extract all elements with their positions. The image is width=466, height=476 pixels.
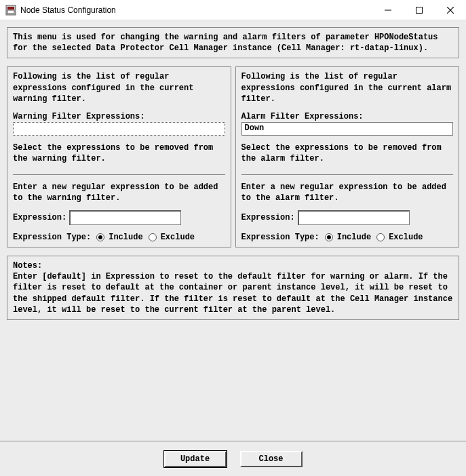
alarm-remove-hint: Select the expressions to be removed fro… <box>241 142 454 164</box>
warning-list[interactable] <box>13 122 225 136</box>
description-text: This menu is used for changing the warni… <box>13 32 453 54</box>
alarm-expression-label: Expression: <box>241 212 295 223</box>
minimize-button[interactable] <box>372 0 404 20</box>
warning-expression-input[interactable] <box>69 210 181 225</box>
divider <box>241 174 454 175</box>
svg-rect-2 <box>7 10 14 14</box>
alarm-list-label: Alarm Filter Expressions: <box>241 111 454 122</box>
notes-panel: Notes: Enter [default] in Expression to … <box>7 256 459 320</box>
alarm-exclude-radio[interactable] <box>376 233 385 241</box>
alarm-intro: Following is the list of regular express… <box>241 71 454 104</box>
alarm-panel: Following is the list of regular express… <box>235 66 460 247</box>
alarm-add-hint: Enter a new regular expression to be add… <box>241 182 454 203</box>
close-window-button[interactable] <box>435 0 466 20</box>
warning-type-row: Expression Type: Include Exclude <box>13 232 225 243</box>
svg-rect-1 <box>7 7 14 9</box>
warning-remove-hint: Select the expressions to be removed fro… <box>13 142 225 164</box>
warning-include-label: Include <box>109 232 142 243</box>
warning-type-label: Expression Type: <box>13 232 91 243</box>
alarm-expression-input[interactable] <box>298 210 410 225</box>
update-button[interactable]: Update <box>164 451 227 467</box>
alarm-exclude-label: Exclude <box>389 232 423 243</box>
warning-list-label: Warning Filter Expressions: <box>13 111 225 122</box>
alarm-type-row: Expression Type: Include Exclude <box>241 232 454 243</box>
warning-include-radio[interactable] <box>96 233 104 241</box>
content-area: This menu is used for changing the warni… <box>0 20 466 441</box>
footer-bar: Update Close <box>0 441 466 476</box>
warning-exclude-label: Exclude <box>161 232 195 243</box>
warning-intro: Following is the list of regular express… <box>13 71 225 104</box>
close-button[interactable]: Close <box>240 451 303 467</box>
alarm-list[interactable]: Down <box>241 122 454 136</box>
warning-panel: Following is the list of regular express… <box>7 66 231 247</box>
maximize-button[interactable] <box>404 0 435 20</box>
title-bar: Node Status Configuration <box>0 0 466 20</box>
window-title: Node Status Configuration <box>20 5 372 15</box>
warning-expression-label: Expression: <box>13 212 66 223</box>
alarm-include-radio[interactable] <box>325 233 333 241</box>
filter-columns: Following is the list of regular express… <box>7 66 459 247</box>
svg-rect-4 <box>416 7 423 13</box>
warning-add-hint: Enter a new regular expression to be add… <box>13 182 225 203</box>
notes-body: Enter [default] in Expression to reset t… <box>13 271 453 315</box>
notes-label: Notes: <box>13 260 453 271</box>
alarm-expression-row: Expression: <box>241 210 454 225</box>
warning-expression-row: Expression: <box>13 210 225 225</box>
alarm-include-label: Include <box>337 232 371 243</box>
alarm-type-label: Expression Type: <box>241 232 319 243</box>
app-icon <box>5 5 16 16</box>
warning-exclude-radio[interactable] <box>149 233 157 241</box>
description-panel: This menu is used for changing the warni… <box>7 27 459 58</box>
divider <box>13 174 225 175</box>
